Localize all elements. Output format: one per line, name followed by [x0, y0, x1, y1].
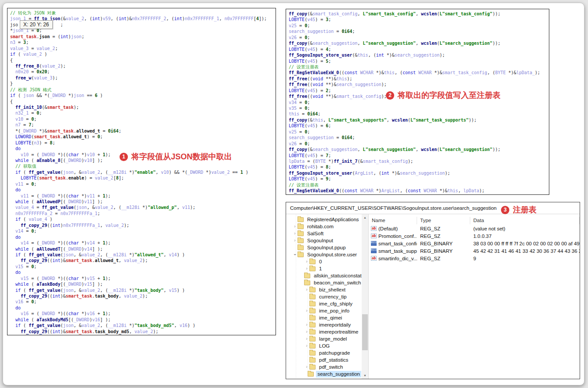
code-line: ff_copy_29((int)&smart_task.task_body_md… — [10, 329, 273, 334]
folder-icon — [309, 309, 316, 313]
scrollbar-up-icon[interactable]: ▲ — [362, 214, 368, 221]
code-line: v16 = 0; — [10, 299, 273, 305]
code-line: value_4 = ff_get_value(json, &value_2, (… — [10, 205, 273, 210]
code-line: do — [10, 146, 273, 151]
registry-values-pane: Name Type Data ab(Default)REG_SZ(value n… — [369, 214, 580, 379]
tree-item-pdf_statistics[interactable]: pdf_statistics — [286, 356, 361, 363]
tree-item-SalSoft[interactable]: ›SalSoft — [286, 230, 361, 237]
reg-sz-icon: ab — [371, 256, 377, 261]
tree-item-label: ime_cfg_shiply — [318, 301, 354, 307]
registry-value-row[interactable]: absmartinfo_dic_v...REG_SZ9 — [369, 255, 580, 262]
tree-item-SogouInput.store.user[interactable]: ›SogouInput.store.user — [286, 251, 361, 258]
code-line: do — [10, 305, 273, 311]
tree-item-SogouInput.ppup[interactable]: SogouInput.ppup — [286, 244, 361, 251]
scrollbar-down-icon[interactable]: ▼ — [362, 372, 368, 379]
code-line: this = 0i64; — [289, 111, 546, 117]
folder-icon — [309, 351, 316, 356]
code-line: ff_RegSetValueExW_0((const WCHAR *)&this… — [289, 70, 546, 75]
registry-value-row[interactable]: abPromotion_conf...REG_SZ1.0.0.37 — [369, 232, 580, 240]
tree-item-currency_tip[interactable]: currency_tip — [286, 293, 361, 300]
registry-value-row[interactable]: 0111smart_task_supp...REG_BINARY45 42 42… — [369, 247, 580, 255]
decompiler-panel-registry-write[interactable]: ff_copy(&smart_task_config, L"smart_task… — [286, 9, 549, 195]
value-data: 1.0.0.37 — [470, 234, 580, 239]
code-line: while ( aTaskBody[(_DWORD)v15] ); — [10, 281, 273, 287]
tree-item-pdf_switch[interactable]: ›pdf_switch — [286, 363, 361, 370]
code-line: v26 = 0; — [289, 35, 546, 40]
tree-item-label: SogouInput.ppup — [306, 244, 347, 251]
tree-item-label: search_suggestion — [316, 371, 361, 377]
annotation-3-badge: 3 — [501, 206, 509, 214]
code-line: do — [10, 269, 273, 275]
code-line: value_3 = value_2; — [10, 46, 273, 51]
code-line: // 转化为 JSON 对象 — [10, 10, 273, 16]
registry-value-row[interactable]: ab(Default)REG_SZ(value not set) — [369, 225, 580, 232]
folder-icon — [309, 358, 316, 363]
reg-sz-icon: ab — [371, 226, 377, 231]
tree-item-1[interactable]: ›1 — [286, 265, 361, 272]
tree-item-allskin_statusiconstatis[interactable]: allskin_statusiconstatis — [286, 272, 361, 279]
chevron-right-icon[interactable]: › — [304, 307, 309, 314]
registry-address-text: Computer\HKEY_CURRENT_USER\SOFTWARE\Sogo… — [290, 205, 497, 211]
code-line: // 检测 JSON 格式 — [10, 87, 273, 93]
chevron-right-icon[interactable]: › — [292, 237, 298, 244]
code-line: search_suggestion = 0i64; — [289, 135, 546, 140]
tree-item-label: large_model — [318, 336, 348, 342]
code-line: ff_SogouInput_store_user(ArgList, (int *… — [289, 170, 546, 176]
chevron-right-icon[interactable]: › — [304, 321, 309, 328]
annotation-2: 2 将取出的字段值写入至注册表 — [386, 90, 501, 101]
column-header-type[interactable]: Type — [417, 217, 470, 224]
code-line: if ( ff_get_value(json, &value_2, (__m12… — [10, 252, 273, 258]
code-line: ff_copy(&search_suggestion, L"search_sug… — [289, 40, 546, 46]
folder-icon — [309, 259, 316, 264]
registry-values-header: Name Type Data — [369, 216, 580, 225]
decompiler-panel-json-parse[interactable]: // 转化为 JSON 对象json_1 = ff_to_json(&value… — [7, 8, 276, 335]
registry-value-row[interactable]: 0111smart_task_configREG_BINARY38 03 00 … — [369, 240, 580, 247]
value-name: (Default) — [378, 226, 398, 231]
tree-item-label: currency_tip — [318, 294, 348, 300]
code-line: } — [10, 81, 273, 86]
value-type: REG_SZ — [417, 256, 470, 261]
tree-item-SogouInput[interactable]: ›SogouInput — [286, 237, 361, 244]
tree-item-ime_pop_info[interactable]: ›ime_pop_info — [286, 307, 361, 314]
code-line: n0x7FFFFFFFa_2 = n0x7FFFFFFFa_1; — [10, 211, 273, 216]
tree-item-large_model[interactable]: ›large_model — [286, 335, 361, 342]
chevron-right-icon[interactable]: › — [304, 335, 309, 342]
tree-scrollbar[interactable]: ▲ ▼ — [362, 214, 368, 379]
tree-item-0[interactable]: ›0 — [286, 258, 361, 265]
code-line: v35 = 0; — [289, 105, 546, 111]
chevron-right-icon[interactable]: › — [304, 328, 309, 335]
code-line: if ( ff_get_value(json, &value_2, (__m12… — [10, 323, 273, 328]
code-line: ff_copy(&search_suggestion, L"search_sug… — [289, 147, 546, 152]
value-type: REG_BINARY — [417, 248, 470, 254]
column-header-data[interactable]: Data — [470, 217, 580, 224]
chevron-right-icon[interactable]: › — [304, 286, 309, 293]
tree-item-biz_shellext[interactable]: ›biz_shellext — [286, 286, 361, 293]
tree-item-imereportrealtime[interactable]: ›imereportrealtime — [286, 328, 361, 335]
chevron-right-icon[interactable]: › — [304, 342, 309, 349]
chevron-right-icon[interactable]: › — [304, 265, 309, 272]
tree-item-rohitab.com[interactable]: ›rohitab.com — [286, 223, 361, 230]
tree-item-RegisteredApplications[interactable]: RegisteredApplications — [286, 216, 361, 223]
tree-item-LOG[interactable]: ›LOG — [286, 342, 361, 349]
code-line: n0x20 = 0x20; — [10, 69, 273, 75]
chevron-right-icon[interactable]: › — [304, 258, 309, 265]
tree-item-beacon_main_switch[interactable]: beacon_main_switch — [286, 279, 361, 286]
code-line: LOBYTE(smart_task.enable) = value_2[8]; — [10, 175, 273, 181]
chevron-right-icon[interactable]: › — [292, 230, 298, 237]
chevron-right-icon[interactable]: › — [292, 223, 298, 230]
tree-item-imereportdaily[interactable]: ›imereportdaily — [286, 321, 361, 328]
column-header-name[interactable]: Name — [369, 217, 417, 224]
registry-tree: RegisteredApplications›rohitab.com›SalSo… — [286, 214, 369, 379]
scrollbar-thumb[interactable] — [362, 314, 368, 350]
tree-item-patchupgrade[interactable]: patchupgrade — [286, 349, 361, 356]
coordinate-tooltip-text: X: 20 Y: 26 — [23, 22, 49, 28]
tree-item-ime_qimei[interactable]: ime_qimei — [286, 314, 361, 321]
value-data: 45 42 42 31 41 46 41 33 42 30 36 37 44 4… — [470, 248, 580, 254]
tree-item-search_suggestion[interactable]: search_suggestion — [286, 370, 361, 377]
folder-icon — [309, 330, 316, 334]
value-type: REG_SZ — [417, 226, 470, 231]
tree-item-label: LOG — [318, 343, 331, 349]
tree-item-ime_cfg_shiply[interactable]: ime_cfg_shiply — [286, 300, 361, 307]
chevron-right-icon[interactable]: › — [304, 363, 309, 370]
tree-item-label: SogouInput — [306, 237, 334, 244]
